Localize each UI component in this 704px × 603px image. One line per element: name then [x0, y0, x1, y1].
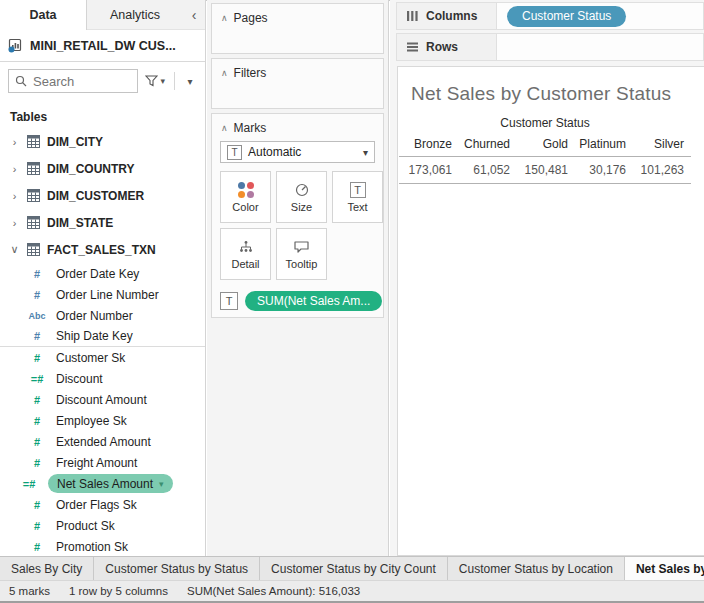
chevron-down-icon[interactable]: ∨: [9, 243, 20, 256]
string-field-icon: Abc: [26, 311, 48, 321]
columns-icon: [406, 10, 419, 22]
field-name: Discount Amount: [56, 393, 147, 407]
field-row[interactable]: # Extended Amount: [0, 431, 205, 452]
number-field-icon: #: [26, 394, 48, 406]
field-row[interactable]: # Freight Amount: [0, 452, 205, 473]
number-field-icon: #: [26, 352, 48, 364]
color-button[interactable]: Color: [220, 171, 271, 223]
sheet-tab-customer-status-by-location[interactable]: Customer Status by Location: [448, 557, 625, 580]
text-label: Text: [347, 201, 367, 213]
column-header[interactable]: Churned: [457, 137, 515, 156]
value-cell[interactable]: 173,061: [399, 157, 457, 183]
field-name: Order Number: [56, 309, 133, 323]
table-row-dim-country[interactable]: › DIM_COUNTRY: [0, 155, 205, 182]
field-row[interactable]: # Employee Sk: [0, 410, 205, 431]
filter-fields-button[interactable]: ▾: [142, 75, 168, 87]
collapse-pane-icon[interactable]: ‹: [183, 0, 205, 30]
field-row[interactable]: Abc Order Number: [0, 305, 205, 326]
collapse-card-icon[interactable]: ∧: [221, 13, 228, 23]
tooltip-button[interactable]: Tooltip: [276, 228, 327, 280]
rows-shelf[interactable]: Rows: [396, 33, 704, 61]
field-row-selected[interactable]: =# Net Sales Amount ▾: [0, 473, 205, 494]
table-row-dim-customer[interactable]: › DIM_CUSTOMER: [0, 182, 205, 209]
field-row[interactable]: # Order Date Key: [0, 263, 205, 284]
field-row[interactable]: # Discount Amount: [0, 389, 205, 410]
table-icon: [27, 243, 40, 256]
detail-icon: [238, 239, 254, 255]
tab-data[interactable]: Data: [0, 0, 87, 30]
field-name: Ship Date Key: [56, 329, 133, 343]
text-button[interactable]: T Text: [332, 171, 383, 223]
table-name: DIM_STATE: [47, 216, 113, 230]
sheet-tabs-bar: Sales By City Customer Status by Status …: [0, 556, 704, 580]
column-header[interactable]: Silver: [631, 137, 689, 156]
funnel-icon: [145, 75, 158, 87]
field-row[interactable]: # Promotion Sk: [0, 536, 205, 556]
columns-label: Columns: [426, 9, 477, 23]
sheet-tab-customer-status-by-city-count[interactable]: Customer Status by City Count: [260, 557, 448, 580]
chevron-right-icon[interactable]: ›: [9, 136, 20, 148]
field-name: Order Date Key: [56, 267, 139, 281]
chevron-right-icon[interactable]: ›: [9, 190, 20, 202]
dropdown-caret-icon: ▾: [363, 147, 368, 158]
sheet-tab-customer-status-by-status[interactable]: Customer Status by Status: [94, 557, 260, 580]
number-field-icon: #: [26, 520, 48, 532]
measure-pill[interactable]: SUM(Net Sales Am...: [245, 291, 382, 311]
search-input[interactable]: Search: [8, 69, 138, 93]
status-aggregate: SUM(Net Sales Amount): 516,033: [187, 585, 360, 597]
collapse-card-icon[interactable]: ∧: [221, 68, 228, 78]
number-field-icon: #: [26, 330, 48, 342]
data-source-row[interactable]: MINI_RETAIL_DW CUS...: [0, 30, 205, 62]
text-mark-icon[interactable]: T: [220, 292, 238, 310]
chevron-right-icon[interactable]: ›: [9, 217, 20, 229]
table-row-dim-state[interactable]: › DIM_STATE: [0, 209, 205, 236]
filters-shelf[interactable]: ∧ Filters: [211, 58, 384, 109]
column-header[interactable]: Bronze: [399, 137, 457, 156]
table-row-fact-sales-txn[interactable]: ∨ FACT_SALES_TXN: [0, 236, 205, 263]
collapse-card-icon[interactable]: ∧: [221, 123, 228, 133]
value-cell[interactable]: 30,176: [573, 157, 631, 183]
divider: [174, 72, 175, 90]
table-icon: [27, 162, 40, 175]
data-source-icon: [8, 38, 23, 53]
sheet-tab-net-sales-by[interactable]: Net Sales by: [625, 557, 704, 580]
field-menu-caret-icon[interactable]: ▾: [159, 479, 164, 489]
field-name: Freight Amount: [56, 456, 137, 470]
field-row[interactable]: # Product Sk: [0, 515, 205, 536]
tab-analytics[interactable]: Analytics: [87, 0, 183, 30]
table-name: DIM_CITY: [47, 135, 103, 149]
column-field-header: Customer Status: [399, 116, 691, 137]
value-cell[interactable]: 101,263: [631, 157, 689, 183]
search-placeholder: Search: [33, 74, 74, 89]
column-header[interactable]: Gold: [515, 137, 573, 156]
field-row[interactable]: # Customer Sk: [0, 347, 205, 368]
number-field-icon: #: [26, 436, 48, 448]
data-pane: Data Analytics ‹ MINI_RETAIL_DW CUS... S…: [0, 0, 206, 556]
rows-label: Rows: [426, 40, 458, 54]
field-row[interactable]: # Order Line Number: [0, 284, 205, 305]
crosstab: Customer Status Bronze Churned Gold Plat…: [399, 116, 691, 184]
size-button[interactable]: Size: [276, 171, 327, 223]
field-row[interactable]: # Ship Date Key: [0, 326, 205, 347]
pages-shelf[interactable]: ∧ Pages: [211, 3, 384, 54]
columns-shelf[interactable]: Columns Customer Status: [396, 2, 704, 30]
field-row[interactable]: =# Discount: [0, 368, 205, 389]
pages-label: Pages: [234, 11, 268, 25]
value-cell[interactable]: 150,481: [515, 157, 573, 183]
size-icon: [294, 182, 310, 198]
column-header[interactable]: Platinum: [573, 137, 631, 156]
detail-label: Detail: [231, 258, 259, 270]
pane-options-button[interactable]: ▾: [181, 76, 199, 87]
table-row-dim-city[interactable]: › DIM_CITY: [0, 128, 205, 155]
dimension-pill[interactable]: Customer Status: [507, 6, 626, 27]
chevron-right-icon[interactable]: ›: [9, 163, 20, 175]
selected-field-pill[interactable]: Net Sales Amount ▾: [48, 474, 173, 493]
number-field-icon: #: [26, 289, 48, 301]
detail-button[interactable]: Detail: [220, 228, 271, 280]
mark-type-value: Automatic: [248, 145, 357, 159]
field-row[interactable]: # Order Flags Sk: [0, 494, 205, 515]
marks-pill-row: T SUM(Net Sales Am...: [220, 291, 382, 311]
sheet-tab-sales-by-city[interactable]: Sales By City: [0, 557, 94, 580]
mark-type-dropdown[interactable]: T Automatic ▾: [220, 141, 375, 163]
value-cell[interactable]: 61,052: [457, 157, 515, 183]
